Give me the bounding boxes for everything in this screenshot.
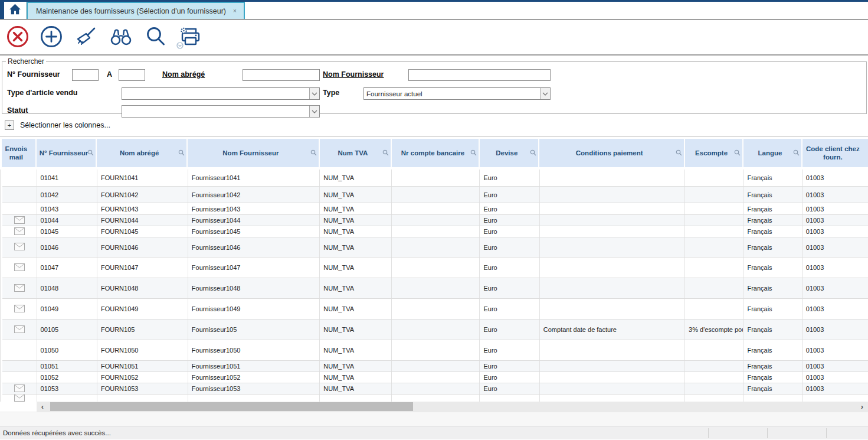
column-header-code-client[interactable]: Code client chez fourn. [803, 139, 868, 167]
cell-nom-fournisseur: Fournisseur1053 [188, 383, 320, 394]
table-row[interactable]: 01044 FOURN1044 Fournisseur1044 NUM_TVA … [2, 215, 868, 226]
cell-num-fournisseur: 01044 [37, 215, 97, 226]
cell-devise: Euro [480, 340, 539, 360]
combo-arrow-icon[interactable] [309, 106, 319, 117]
cell-nr-compte-bancaire [392, 340, 480, 360]
table-row[interactable]: 01045 FOURN1045 Fournisseur1045 NUM_TVA … [2, 226, 868, 237]
home-tab[interactable] [4, 2, 27, 19]
type-select[interactable]: Fournisseur actuel [363, 87, 551, 100]
cell-conditions-paiement [540, 215, 685, 226]
cell-conditions-paiement [540, 299, 685, 319]
cell-devise: Euro [480, 383, 539, 394]
horizontal-scrollbar[interactable]: ‹ › [0, 402, 868, 412]
table-row[interactable] [2, 395, 868, 402]
table-body: 01041 FOURN1041 Fournisseur1041 NUM_TVA … [0, 170, 868, 402]
column-header-num-fournisseur[interactable]: N° Fournisseur [37, 139, 97, 167]
cell-num-tva: NUM_TVA [320, 320, 392, 340]
cell-devise: Euro [480, 226, 539, 237]
cell-code-client: 01003 [803, 226, 868, 237]
combo-arrow-icon[interactable] [309, 88, 319, 99]
find-button[interactable] [108, 24, 134, 51]
cell-num-tva: NUM_TVA [320, 187, 392, 203]
cell-langue: Français [743, 170, 802, 186]
table-row[interactable]: 01042 FOURN1042 Fournisseur1042 NUM_TVA … [2, 187, 868, 203]
separator [0, 54, 868, 56]
cell-conditions-paiement [540, 203, 685, 214]
column-search-icon[interactable] [382, 149, 389, 158]
table-row[interactable]: 01046 FOURN1046 Fournisseur1046 NUM_TVA … [2, 237, 868, 258]
table-row[interactable]: 01041 FOURN1041 Fournisseur1041 NUM_TVA … [2, 170, 868, 187]
nom-fournisseur-label[interactable]: Nom Fournisseur [323, 70, 384, 79]
table-row[interactable]: 01049 FOURN1049 Fournisseur1049 NUM_TVA … [2, 299, 868, 320]
column-search-icon[interactable] [87, 149, 94, 158]
column-header-nr-compte-bancaire[interactable]: Nr compte bancaire [392, 139, 480, 167]
cell-num-fournisseur [37, 395, 97, 402]
table-row[interactable]: 01050 FOURN1050 Fournisseur1050 NUM_TVA … [2, 340, 868, 361]
search-button[interactable] [144, 24, 168, 51]
column-header-escompte[interactable]: Escompte [685, 139, 743, 167]
cell-num-tva: NUM_TVA [320, 278, 392, 298]
table-row[interactable]: 01047 FOURN1047 Fournisseur1047 NUM_TVA … [2, 258, 868, 278]
range-to-label: A [107, 70, 112, 79]
column-search-icon[interactable] [530, 149, 536, 158]
nom-fournisseur-input[interactable] [408, 69, 551, 81]
column-header-langue[interactable]: Langue [743, 139, 802, 167]
cell-devise: Euro [480, 299, 539, 319]
cell-nom-abrege: FOURN1042 [97, 187, 188, 203]
column-header-devise[interactable]: Devise [480, 139, 539, 167]
num-fournisseur-from-input[interactable] [72, 69, 99, 81]
type-label: Type [323, 89, 339, 97]
column-search-icon[interactable] [178, 149, 185, 158]
cell-langue: Français [743, 278, 802, 298]
scrollbar-thumb[interactable] [50, 402, 413, 411]
column-header-conditions-paiement[interactable]: Conditions paiement [539, 139, 684, 167]
table-row[interactable]: 01052 FOURN1052 Fournisseur1052 NUM_TVA … [2, 372, 868, 383]
column-header-envois-mail[interactable]: Envois mail [2, 139, 37, 167]
scrollbar-track[interactable]: ‹ › [37, 402, 868, 412]
print-button[interactable] [178, 24, 204, 51]
column-search-icon[interactable] [470, 149, 477, 158]
table-row[interactable]: 01051 FOURN1051 Fournisseur1051 NUM_TVA … [2, 361, 868, 372]
cell-nr-compte-bancaire [392, 395, 480, 402]
combo-arrow-icon[interactable] [540, 88, 550, 99]
cell-num-fournisseur: 01050 [37, 340, 97, 360]
table-row[interactable]: 01048 FOURN1048 Fournisseur1048 NUM_TVA … [2, 278, 868, 299]
scroll-left-icon[interactable]: ‹ [38, 402, 47, 412]
close-button[interactable] [6, 24, 30, 51]
cell-num-fournisseur: 01041 [37, 170, 97, 186]
cell-num-tva: NUM_TVA [320, 383, 392, 394]
nom-abrege-label[interactable]: Nom abrégé [162, 70, 205, 79]
column-search-icon[interactable] [676, 149, 682, 158]
column-header-num-tva[interactable]: Num TVA [320, 139, 392, 167]
cell-code-client: 01003 [803, 237, 868, 257]
table-row[interactable]: 01043 FOURN1043 Fournisseur1043 NUM_TVA … [2, 203, 868, 215]
type-article-select[interactable] [122, 87, 320, 100]
toolbar [0, 20, 868, 54]
select-columns-label[interactable]: Sélectionner les colonnes... [20, 121, 110, 129]
column-search-icon[interactable] [793, 149, 800, 158]
tab-close-icon[interactable]: × [232, 7, 238, 15]
nom-abrege-input[interactable] [243, 69, 320, 81]
envelope-icon [14, 227, 25, 236]
tab-maintenance-fournisseurs[interactable]: Maintenance des fournisseurs (Sélection … [27, 2, 245, 19]
cell-num-tva: NUM_TVA [320, 226, 392, 237]
scroll-right-icon[interactable]: › [857, 402, 867, 412]
cell-devise: Euro [480, 361, 539, 371]
statut-select[interactable] [122, 105, 320, 118]
num-fournisseur-to-input[interactable] [119, 69, 145, 81]
cell-devise: Euro [480, 320, 539, 340]
cell-nom-fournisseur: Fournisseur1041 [188, 170, 320, 186]
cell-num-tva: NUM_TVA [320, 170, 392, 186]
column-search-icon[interactable] [734, 149, 741, 158]
table-row[interactable]: 00105 FOURN105 Fournisseur105 NUM_TVA Eu… [2, 320, 868, 340]
expand-columns-button[interactable]: + [5, 120, 14, 130]
clear-filter-button[interactable] [73, 24, 98, 51]
table-row[interactable]: 01053 FOURN1053 Fournisseur1053 NUM_TVA … [2, 383, 868, 395]
column-header-nom-fournisseur[interactable]: Nom Fournisseur [188, 139, 320, 167]
search-panel: Rechercher N° Fournisseur A Nom abrégé N… [2, 57, 867, 114]
column-header-nom-abrege[interactable]: Nom abrégé [97, 139, 188, 167]
add-button[interactable] [40, 24, 63, 51]
cell-langue: Français [743, 226, 802, 237]
chevron-down-icon[interactable] [176, 42, 184, 51]
column-search-icon[interactable] [310, 149, 317, 158]
